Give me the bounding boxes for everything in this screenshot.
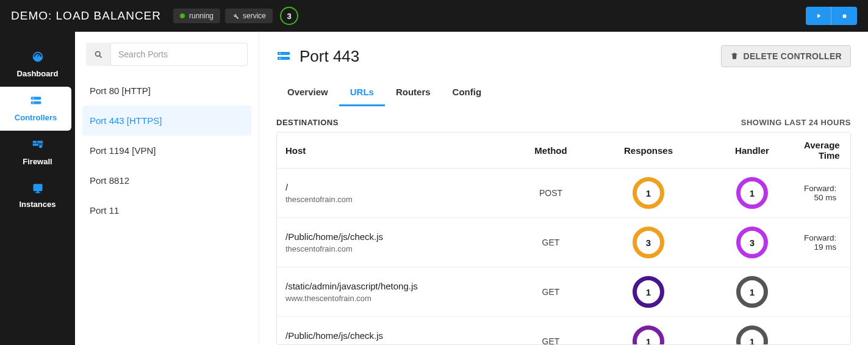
destinations-table: Host Method Responses Handler Average Ti…: [276, 132, 851, 345]
request-path: /: [285, 182, 505, 192]
table-row[interactable]: /thescentofrain.comPOST11Forward: 50 ms: [277, 169, 850, 218]
status-badge-running[interactable]: running: [173, 9, 220, 23]
delete-controller-button[interactable]: DELETE CONTROLLER: [721, 45, 851, 67]
port-item[interactable]: Port 8812: [82, 165, 251, 195]
trash-icon: [730, 52, 739, 60]
handler-ring: 1: [736, 325, 768, 345]
search-input[interactable]: [110, 43, 248, 66]
cell-avg-time: Forward: 50 ms: [804, 184, 842, 202]
header-controls: [806, 7, 857, 25]
stop-button[interactable]: [831, 7, 857, 25]
svg-point-10: [95, 51, 100, 56]
tab-config[interactable]: Config: [442, 81, 492, 106]
page-title: Port 443: [276, 47, 359, 66]
cell-responses: 1: [597, 325, 700, 345]
controllers-icon: [29, 94, 43, 109]
table-header: Host Method Responses Handler Average Ti…: [277, 133, 850, 169]
cell-method: GET: [505, 336, 597, 345]
responses-ring: 3: [633, 227, 664, 258]
cell-method: GET: [505, 238, 597, 247]
cell-host: /Public/home/js/check.jswww.thescentofra…: [285, 330, 505, 345]
main-header: Port 443 DELETE CONTROLLER: [276, 45, 851, 67]
request-host: thescentofrain.com: [285, 195, 505, 204]
instance-count-badge[interactable]: 3: [280, 7, 298, 25]
tab-overview[interactable]: Overview: [276, 81, 339, 106]
table-meta: DESTINATIONS SHOWING LAST 24 HOURS: [276, 118, 851, 127]
request-path: /Public/home/js/check.js: [285, 231, 505, 242]
table-row[interactable]: /static/admin/javascript/hetong.jswww.th…: [277, 267, 850, 317]
port-list: Port 80 [HTTP] Port 443 [HTTPS] Port 119…: [82, 76, 251, 225]
svg-point-3: [32, 102, 34, 103]
handler-ring: 3: [736, 227, 768, 258]
svg-rect-0: [30, 97, 41, 100]
request-host: www.thescentofrain.com: [285, 294, 505, 303]
handler-ring: 1: [736, 276, 768, 308]
cell-handler: 1: [700, 177, 804, 209]
cell-avg-time: Forward: 19 ms: [804, 233, 842, 252]
app-title: DEMO: LOAD BALANCER: [11, 9, 161, 23]
cell-host: /thescentofrain.com: [285, 182, 505, 204]
dashboard-icon: [31, 50, 45, 65]
tabs: Overview URLs Routers Config: [276, 81, 851, 107]
section-label: DESTINATIONS: [276, 118, 339, 127]
firewall-icon: [31, 138, 45, 153]
play-icon: [815, 12, 822, 20]
svg-point-14: [279, 53, 281, 54]
search-ports: [86, 43, 248, 66]
search-icon: [86, 43, 110, 66]
svg-point-9: [38, 145, 42, 148]
svg-line-11: [99, 56, 101, 57]
tab-routers[interactable]: Routers: [385, 81, 442, 106]
table-row[interactable]: /Public/home/js/check.jswww.thescentofra…: [277, 317, 850, 345]
tab-urls[interactable]: URLs: [339, 81, 385, 106]
sidebar-item-label: Controllers: [15, 113, 57, 122]
col-handler: Handler: [700, 145, 804, 156]
server-icon: [276, 49, 291, 64]
col-avg-time: Average Time: [804, 140, 846, 161]
responses-ring: 1: [633, 276, 664, 308]
sidebar-item-dashboard[interactable]: Dashboard: [0, 43, 75, 87]
instance-count: 3: [287, 12, 291, 21]
cell-responses: 1: [597, 177, 700, 209]
port-item[interactable]: Port 80 [HTTP]: [82, 76, 251, 106]
sidebar-item-firewall[interactable]: Firewall: [0, 131, 75, 175]
sidebar-item-label: Instances: [20, 200, 56, 209]
cell-host: /static/admin/javascript/hetong.jswww.th…: [285, 281, 505, 303]
play-button[interactable]: [806, 7, 831, 25]
stop-icon: [841, 13, 848, 20]
svg-rect-5: [37, 141, 43, 143]
cell-responses: 3: [597, 227, 700, 258]
svg-point-2: [32, 98, 34, 99]
port-item[interactable]: Port 1194 [VPN]: [82, 136, 251, 165]
svg-point-15: [279, 58, 281, 59]
app-header: DEMO: LOAD BALANCER running service 3: [0, 0, 868, 32]
service-badge[interactable]: service: [225, 9, 273, 23]
cell-handler: 1: [700, 276, 804, 308]
responses-ring: 1: [633, 177, 664, 209]
cell-responses: 1: [597, 276, 700, 308]
table-row[interactable]: /Public/home/js/check.jsthescentofrain.c…: [277, 218, 850, 267]
cell-host: /Public/home/js/check.jsthescentofrain.c…: [285, 231, 505, 253]
instances-icon: [32, 182, 44, 196]
col-host: Host: [285, 145, 505, 156]
status-label: running: [189, 12, 213, 20]
main-panel: Port 443 DELETE CONTROLLER Overview URLs…: [259, 32, 868, 345]
col-responses: Responses: [597, 145, 700, 156]
time-window-label: SHOWING LAST 24 HOURS: [741, 118, 851, 127]
cell-handler: 1: [700, 325, 804, 345]
wrench-icon: [232, 12, 239, 20]
page-title-text: Port 443: [299, 47, 359, 66]
sidebar-item-label: Firewall: [23, 157, 52, 166]
svg-rect-1: [30, 101, 41, 104]
nav-sidebar: Dashboard Controllers Firewall Instances: [0, 32, 75, 345]
svg-rect-4: [32, 141, 36, 143]
ports-panel: Port 80 [HTTP] Port 443 [HTTPS] Port 119…: [75, 32, 259, 345]
sidebar-item-instances[interactable]: Instances: [0, 175, 75, 217]
sidebar-item-controllers[interactable]: Controllers: [0, 87, 71, 131]
port-item[interactable]: Port 11: [82, 195, 251, 225]
request-path: /static/admin/javascript/hetong.js: [285, 281, 505, 291]
delete-controller-label: DELETE CONTROLLER: [744, 51, 842, 61]
port-item[interactable]: Port 443 [HTTPS]: [82, 106, 251, 136]
cell-handler: 3: [700, 227, 804, 258]
handler-ring: 1: [736, 177, 768, 209]
